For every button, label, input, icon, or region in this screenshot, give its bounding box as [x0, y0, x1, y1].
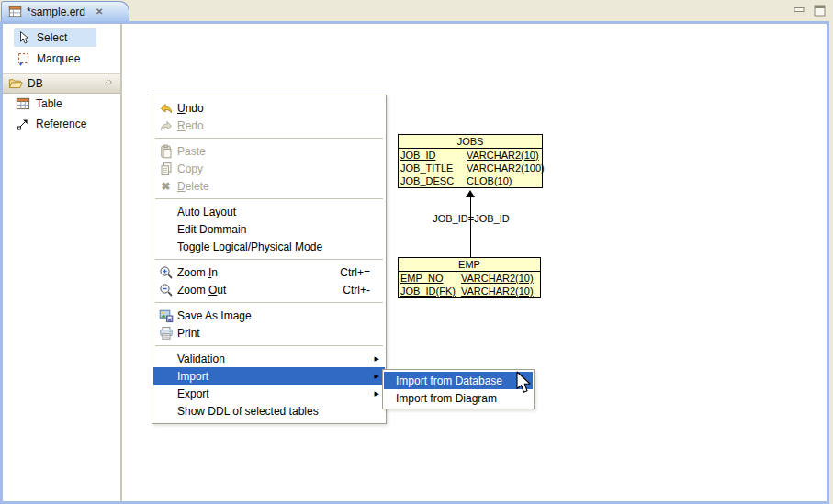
- relation-arrowhead: [466, 190, 475, 197]
- paste-icon: [158, 144, 174, 159]
- palette-item-label: Table: [36, 97, 62, 110]
- entity-jobs[interactable]: JOBS JOB_ID VARCHAR2(10) JOB_TITLE VARCH…: [398, 134, 543, 188]
- menu-item-zoom-out[interactable]: Zoom Out Ctrl+-: [153, 281, 385, 298]
- palette-item-reference[interactable]: Reference: [3, 114, 120, 134]
- close-icon[interactable]: ✕: [96, 7, 103, 17]
- zoom-out-icon: [158, 283, 174, 297]
- entity-column-row[interactable]: JOB_ID VARCHAR2(10): [399, 149, 542, 162]
- entity-column-row[interactable]: JOB_DESC CLOB(10): [399, 174, 542, 187]
- erd-editor-window: *sample.erd ✕ Select: [0, 0, 833, 504]
- table-icon: [7, 5, 22, 19]
- context-menu: Undo Redo Paste: [152, 95, 387, 424]
- marquee-icon: [17, 51, 31, 66]
- submenu-item-import-from-diagram[interactable]: Import from Diagram: [384, 389, 533, 407]
- drawer-label: DB: [28, 77, 43, 90]
- palette-item-table[interactable]: Table: [3, 94, 120, 114]
- entity-column-row[interactable]: JOB_ID(FK) VARCHAR2(10): [399, 285, 540, 297]
- menu-separator: [153, 342, 385, 350]
- relation-label[interactable]: JOB_ID=JOB_ID: [427, 213, 515, 224]
- undo-icon: [158, 101, 174, 116]
- entity-emp[interactable]: EMP EMP_NO VARCHAR2(10) JOB_ID(FK) VARCH…: [398, 257, 541, 298]
- relation-line[interactable]: [470, 197, 471, 257]
- palette-item-label: Reference: [36, 118, 86, 130]
- editor-tab-bar: *sample.erd ✕: [0, 0, 833, 21]
- menu-separator: [153, 134, 385, 142]
- menu-item-save-as-image[interactable]: Save As Image: [153, 307, 385, 324]
- menu-item-auto-layout[interactable]: Auto Layout: [153, 203, 385, 220]
- menu-item-copy[interactable]: Copy: [153, 160, 385, 177]
- entity-title: JOBS: [399, 135, 542, 149]
- menu-item-print[interactable]: Print: [153, 324, 385, 342]
- delete-icon: ✖: [158, 179, 174, 194]
- maximize-button[interactable]: [813, 4, 827, 16]
- entity-column-row[interactable]: EMP_NO VARCHAR2(10): [399, 272, 540, 285]
- entity-column-row[interactable]: JOB_TITLE VARCHAR2(100): [399, 162, 542, 174]
- copy-icon: [158, 162, 174, 176]
- tool-palette: Select Marquee DB: [3, 24, 122, 501]
- table-icon: [16, 96, 30, 111]
- reference-arrow-icon: [16, 117, 30, 131]
- save-as-image-icon: [158, 308, 174, 323]
- palette-tool-label: Select: [37, 31, 67, 44]
- editor-frame: Select Marquee DB: [0, 21, 829, 504]
- mouse-cursor: [515, 371, 532, 398]
- menu-accelerator: Ctrl+=: [340, 266, 382, 279]
- submenu-arrow-icon: ▶: [375, 355, 382, 363]
- menu-item-export[interactable]: Export ▶: [153, 385, 385, 402]
- submenu-arrow-icon: ▶: [375, 390, 382, 398]
- minimize-button[interactable]: [793, 4, 806, 16]
- menu-item-import[interactable]: Import ▶: [153, 367, 385, 385]
- menu-separator: [153, 298, 385, 307]
- import-submenu: Import from Database Import from Diagram: [382, 369, 535, 409]
- menu-item-paste[interactable]: Paste: [153, 142, 385, 160]
- folder-icon: [8, 76, 23, 91]
- drawer-pin-icon[interactable]: [103, 76, 115, 91]
- menu-item-redo[interactable]: Redo: [153, 117, 385, 134]
- palette-tool-label: Marquee: [37, 52, 80, 65]
- menu-item-edit-dommain[interactable]: Edit Dommain: [153, 220, 385, 238]
- menu-separator: [153, 255, 385, 263]
- print-icon: [158, 326, 174, 341]
- diagram-canvas[interactable]: JOBS JOB_ID VARCHAR2(10) JOB_TITLE VARCH…: [122, 24, 827, 501]
- menu-item-undo[interactable]: Undo: [153, 99, 385, 117]
- zoom-in-icon: [158, 265, 174, 280]
- select-cursor-icon: [17, 30, 31, 45]
- menu-item-delete[interactable]: ✖ Delete: [153, 177, 385, 195]
- menu-item-validation[interactable]: Validation ▶: [153, 350, 385, 367]
- redo-icon: [158, 118, 174, 133]
- palette-tool-marquee[interactable]: Marquee: [14, 50, 96, 68]
- menu-item-toggle-logical-physical[interactable]: Toggle Logical/Physical Mode: [153, 238, 385, 255]
- palette-drawer-db[interactable]: DB: [3, 73, 120, 94]
- menu-separator: [153, 195, 385, 203]
- menu-item-show-ddl[interactable]: Show DDL of selected tables: [153, 402, 385, 420]
- menu-item-zoom-in[interactable]: Zoom In Ctrl+=: [153, 263, 385, 281]
- tab-title: *sample.erd: [27, 6, 85, 18]
- entity-title: EMP: [399, 258, 540, 272]
- submenu-arrow-icon: ▶: [375, 373, 382, 380]
- menu-accelerator: Ctrl+-: [343, 284, 382, 297]
- tab-sample-erd[interactable]: *sample.erd ✕: [1, 1, 129, 21]
- palette-tool-select[interactable]: Select: [14, 28, 96, 47]
- submenu-item-import-from-database[interactable]: Import from Database: [384, 372, 533, 389]
